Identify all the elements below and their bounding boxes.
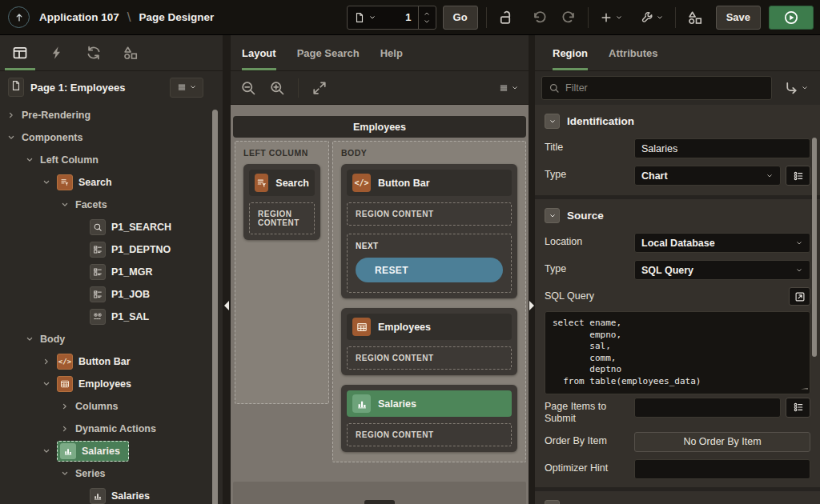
- region-employees-header[interactable]: Employees: [347, 314, 512, 340]
- region-content-placeholder[interactable]: REGION CONTENT: [347, 202, 512, 226]
- breadcrumb-app[interactable]: Application 107: [39, 11, 119, 23]
- grid-left-column[interactable]: LEFT COLUMN Search REGION CONTENT: [235, 141, 329, 404]
- utilities-menu-button[interactable]: [637, 8, 667, 27]
- tree-item-dynamic-actions[interactable]: Dynamic Actions: [0, 418, 223, 440]
- region-employees[interactable]: Employees REGION CONTENT: [341, 308, 517, 375]
- sql-query-editor[interactable]: select ename, empno, sal, comm, deptno f…: [545, 311, 810, 394]
- filter-field[interactable]: [541, 76, 772, 100]
- region-button-bar-header[interactable]: </> Button Bar: [347, 170, 512, 196]
- expand-all-button[interactable]: [312, 80, 328, 96]
- tree-item-p1-job[interactable]: P1_JOB: [0, 283, 223, 306]
- layout-menu-button[interactable]: [499, 83, 519, 93]
- optimizer-hint-input[interactable]: [634, 459, 810, 479]
- chevron-down-icon[interactable]: [423, 18, 431, 26]
- redo-button[interactable]: [557, 6, 580, 29]
- tab-page-search[interactable]: Page Search: [297, 35, 360, 70]
- run-page-button[interactable]: [769, 6, 814, 30]
- lock-page-button[interactable]: [495, 6, 517, 29]
- tab-region[interactable]: Region: [553, 35, 588, 70]
- grid-body-column[interactable]: BODY </> Button Bar REGION CONTENT NEXT …: [332, 141, 526, 462]
- tab-help[interactable]: Help: [380, 35, 403, 70]
- tree-item-employees[interactable]: Employees: [0, 373, 223, 395]
- tab-layout[interactable]: Layout: [242, 35, 276, 70]
- page-items-input[interactable]: [634, 398, 781, 418]
- tree-item-p1-mgr[interactable]: P1_MGR: [0, 261, 223, 283]
- tab-processing[interactable]: [78, 35, 109, 70]
- tree-item-p1-sal[interactable]: P1_SAL: [0, 306, 223, 328]
- collapse-section-button[interactable]: [545, 208, 560, 223]
- tree-item-left-column[interactable]: Left Column: [0, 149, 223, 171]
- unlock-icon: [498, 10, 514, 26]
- tab-dynamic-actions[interactable]: [42, 35, 72, 70]
- region-content-placeholder[interactable]: REGION CONTENT: [249, 202, 315, 234]
- tree-item-series[interactable]: Series: [0, 462, 223, 485]
- go-button[interactable]: Go: [443, 6, 478, 30]
- collapse-left-icon[interactable]: [224, 301, 229, 310]
- tree-item-p1-search[interactable]: P1_SEARCH: [0, 216, 223, 238]
- page-picker[interactable]: 1: [348, 6, 418, 29]
- region-type-select[interactable]: Chart: [634, 166, 781, 186]
- tree-item-p1-deptno[interactable]: P1_DEPTNO: [0, 238, 223, 261]
- button-position-next[interactable]: NEXT RESET: [347, 234, 512, 293]
- right-splitter[interactable]: [529, 35, 535, 504]
- collapse-right-icon[interactable]: [529, 301, 534, 310]
- region-content-placeholder[interactable]: REGION CONTENT: [347, 423, 512, 446]
- tree-item-pre-rendering[interactable]: Pre-Rendering: [0, 104, 223, 126]
- zoom-out-button[interactable]: [240, 80, 256, 96]
- filter-input[interactable]: [565, 82, 765, 94]
- tree-root-title[interactable]: Page 1: Employees: [30, 82, 126, 94]
- create-menu-button[interactable]: [597, 8, 626, 27]
- region-salaries[interactable]: Salaries REGION CONTENT: [341, 385, 517, 452]
- grid-column-label: BODY: [341, 148, 517, 158]
- source-type-select[interactable]: SQL Query: [634, 260, 810, 280]
- tree-item-body[interactable]: Body: [0, 328, 223, 350]
- expand-section-button[interactable]: [545, 500, 560, 504]
- open-code-editor-button[interactable]: [789, 287, 810, 306]
- tab-attributes[interactable]: Attributes: [609, 35, 657, 70]
- tree-item-salaries-selected[interactable]: Salaries: [0, 440, 223, 462]
- region-search[interactable]: Search REGION CONTENT: [243, 164, 320, 240]
- chart-icon: [352, 394, 371, 413]
- collapse-section-button[interactable]: [545, 114, 560, 129]
- order-by-item-button[interactable]: No Order By Item: [634, 432, 810, 452]
- field-label-title: Title: [545, 138, 634, 154]
- tab-page-shared-components[interactable]: [115, 35, 146, 70]
- chevron-down-icon: [795, 239, 803, 247]
- code-icon: </>: [57, 354, 73, 370]
- canvas-page-title[interactable]: Employees: [233, 116, 526, 138]
- region-search-header[interactable]: Search: [249, 170, 315, 196]
- type-quickpick-button[interactable]: [786, 166, 810, 186]
- undo-icon: [532, 10, 548, 26]
- title-input[interactable]: [634, 138, 810, 158]
- tree-item-facets[interactable]: Facets: [0, 194, 223, 216]
- radio-list-icon: [793, 170, 804, 182]
- properties-scrollbar[interactable]: [812, 138, 817, 357]
- save-button[interactable]: Save: [716, 6, 761, 30]
- tree-item-button-bar[interactable]: </>Button Bar: [0, 350, 223, 373]
- selected-node[interactable]: Salaries: [57, 441, 129, 462]
- tab-rendering[interactable]: [5, 35, 35, 70]
- location-select[interactable]: Local Database: [634, 233, 810, 253]
- tree-item-series-salaries[interactable]: Salaries: [0, 485, 223, 504]
- tree-item-components[interactable]: Components: [0, 126, 223, 149]
- chevron-down-icon: [189, 83, 197, 91]
- tree-item-search[interactable]: Search: [0, 171, 223, 194]
- reset-button[interactable]: RESET: [356, 258, 503, 282]
- region-button-bar[interactable]: </> Button Bar REGION CONTENT NEXT RESET: [341, 164, 517, 298]
- go-to-app-button[interactable]: [8, 6, 30, 28]
- tree-item-columns[interactable]: Columns: [0, 395, 223, 418]
- page-items-picker-button[interactable]: [786, 398, 810, 418]
- tree-scrollbar[interactable]: [212, 110, 218, 504]
- canvas-footer-area: [233, 482, 526, 504]
- page-spinner[interactable]: [418, 6, 436, 29]
- undo-button[interactable]: [529, 6, 551, 29]
- tree-menu-button[interactable]: [170, 78, 203, 98]
- redo-icon: [561, 10, 577, 26]
- region-salaries-header-selected[interactable]: Salaries: [347, 390, 512, 417]
- left-splitter[interactable]: [223, 35, 231, 504]
- shared-components-button[interactable]: [684, 6, 706, 29]
- chevron-up-icon[interactable]: [423, 10, 431, 18]
- region-content-placeholder[interactable]: REGION CONTENT: [347, 346, 512, 370]
- zoom-in-button[interactable]: [269, 80, 285, 96]
- go-to-group-button[interactable]: [780, 78, 812, 98]
